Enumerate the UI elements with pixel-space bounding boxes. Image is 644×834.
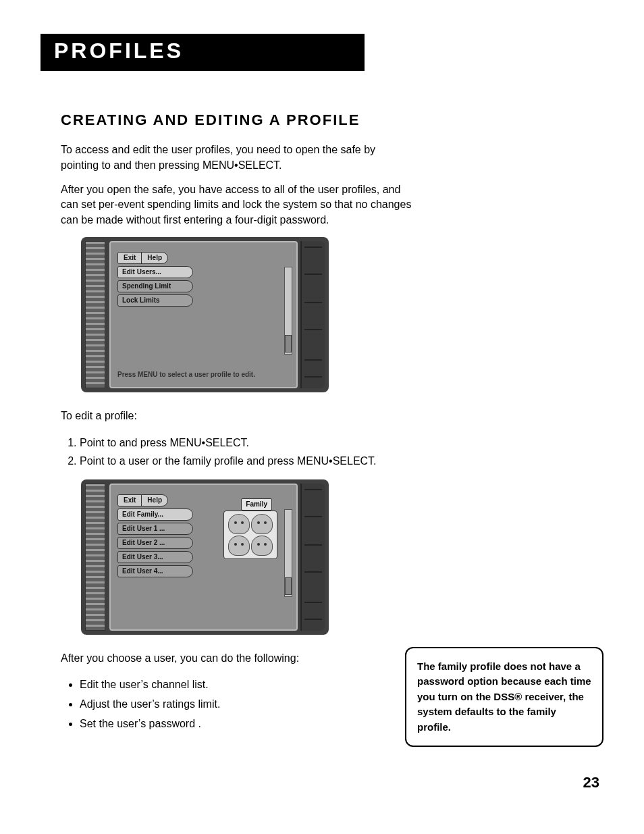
steps-list: Point to and press MENU•SELECT. Point to… [61, 434, 431, 470]
tv-tab-help: Help [142, 495, 167, 506]
tv-scrollbar [284, 509, 292, 597]
bullet-2: Adjust the user’s ratings limit. [80, 695, 390, 714]
tv-item-edit-family: Edit Family... [117, 509, 193, 521]
tv-scrollbar [284, 267, 292, 355]
chapter-title: Profiles [41, 34, 365, 71]
step-1: Point to and press MENU•SELECT. [80, 434, 431, 452]
step-2: Point to a user or the family profile an… [80, 452, 431, 470]
paragraph-4: After you choose a user, you can do the … [61, 651, 412, 666]
page-number: 23 [41, 774, 603, 791]
tv-item-edit-user-4: Edit User 4... [117, 565, 193, 577]
tv-item-edit-user-3: Edit User 3... [117, 551, 193, 563]
tv-item-edit-users: Edit Users... [117, 266, 193, 278]
tv-hint-text: Press MENU to select a user profile to e… [117, 371, 281, 379]
side-note: The family profile does not have a passw… [405, 647, 603, 748]
tv-side-panel-icon [300, 484, 325, 631]
paragraph-2: After you open the safe, you have access… [61, 182, 412, 228]
tv-item-edit-user-1: Edit User 1 ... [117, 523, 193, 535]
tv-tab-help: Help [142, 253, 167, 263]
tv-tabs: Exit Help [117, 252, 168, 264]
bullet-list: Edit the user’s channel list. Adjust the… [61, 675, 390, 733]
tv-side-panel-icon [300, 241, 325, 388]
tv-vents-icon [85, 241, 105, 388]
bullet-1: Edit the user’s channel list. [80, 675, 390, 695]
tv-item-edit-user-2: Edit User 2 ... [117, 537, 193, 549]
figure-2: Exit Help Edit Family... Edit User 1 ...… [81, 479, 603, 635]
paragraph-1: To access and edit the user profiles, yo… [61, 142, 412, 173]
figure-1: Exit Help Edit Users... Spending Limit L… [81, 237, 603, 392]
tv-tabs: Exit Help [117, 494, 168, 506]
tv-item-spending-limit: Spending Limit [117, 280, 193, 292]
tv-tab-exit: Exit [118, 253, 142, 263]
family-illustration-icon [223, 511, 277, 559]
tv-tab-exit: Exit [118, 495, 142, 506]
tv-vents-icon [85, 484, 105, 631]
tv-item-lock-limits: Lock Limits [117, 294, 193, 307]
tv-family-tag: Family [241, 498, 272, 511]
bullet-3: Set the user’s password . [80, 714, 390, 734]
paragraph-3: To edit a profile: [61, 409, 412, 423]
section-heading: Creating and Editing a Profile [61, 111, 603, 129]
